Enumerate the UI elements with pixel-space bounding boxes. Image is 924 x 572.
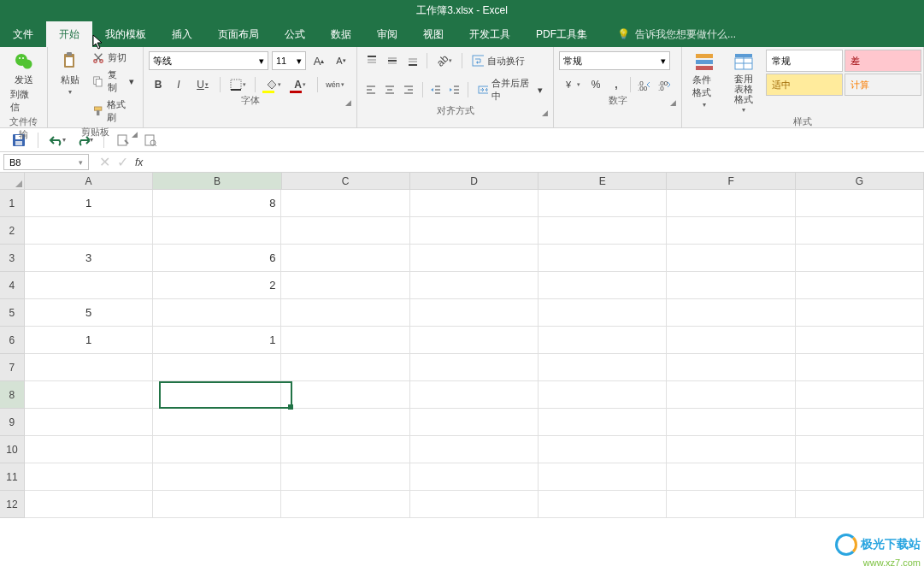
col-header-A[interactable]: A (25, 173, 153, 189)
cell-A5[interactable]: 5 (25, 299, 153, 327)
wrap-text-button[interactable]: 自动换行 (467, 53, 530, 69)
cancel-formula-button[interactable]: ✕ (99, 154, 110, 170)
dialog-launcher-icon[interactable]: ◢ (345, 98, 351, 107)
comma-button[interactable]: , (607, 75, 626, 94)
bold-button[interactable]: B (149, 75, 168, 94)
cell-C1[interactable] (281, 190, 409, 217)
align-left-button[interactable] (362, 80, 380, 99)
row-header-5[interactable]: 5 (0, 299, 25, 327)
conditional-format-button[interactable]: 条件格式▾ (687, 50, 721, 110)
cut-button[interactable]: 剪切 (89, 50, 138, 66)
cell-B7[interactable] (153, 354, 281, 381)
enter-formula-button[interactable]: ✓ (117, 154, 128, 170)
cell-style-good[interactable]: 适中 (766, 74, 843, 96)
spreadsheet-grid[interactable]: 118 2 336 42 55 611 7 8 9 10 11 12 (0, 190, 924, 518)
cell-style-bad[interactable]: 差 (845, 50, 921, 72)
tab-layout[interactable]: 页面布局 (205, 21, 272, 47)
col-header-F[interactable]: F (667, 173, 795, 189)
format-as-table-button[interactable]: 套用 表格格式▾ (727, 50, 761, 115)
name-box[interactable]: B8▾ (3, 154, 89, 170)
dialog-launcher-icon[interactable]: ◢ (542, 109, 548, 117)
cell-B5[interactable] (153, 299, 281, 327)
increase-font-button[interactable]: A▴ (309, 51, 328, 70)
row-header-8[interactable]: 8 (0, 381, 25, 409)
percent-button[interactable]: % (586, 75, 605, 94)
send-to-wechat-button[interactable]: 发送 到微信 (5, 50, 42, 115)
cell-A9[interactable] (25, 409, 153, 436)
accounting-format-button[interactable]: ¥▾ (559, 75, 585, 94)
tab-review[interactable]: 审阅 (364, 21, 410, 47)
align-top-button[interactable] (362, 51, 381, 70)
qat-btn-2[interactable] (142, 132, 159, 149)
fx-button[interactable]: fx (135, 156, 143, 168)
tab-insert[interactable]: 插入 (159, 21, 205, 47)
cell-A12[interactable] (25, 491, 153, 518)
italic-button[interactable]: I (169, 75, 188, 94)
tab-template[interactable]: 我的模板 (92, 21, 159, 47)
cell-A3[interactable]: 3 (25, 245, 153, 272)
tab-home[interactable]: 开始 (46, 21, 92, 47)
formula-input[interactable] (150, 152, 924, 172)
align-middle-button[interactable] (383, 51, 402, 70)
cell-D1[interactable] (410, 190, 539, 217)
decrease-decimal-button[interactable]: .00.0 (656, 75, 674, 94)
increase-indent-button[interactable] (446, 80, 463, 99)
col-header-E[interactable]: E (539, 173, 667, 189)
row-header-10[interactable]: 10 (0, 436, 25, 463)
align-right-button[interactable] (400, 80, 417, 99)
cell-G1[interactable] (796, 190, 924, 217)
col-header-G[interactable]: G (796, 173, 924, 189)
row-header-2[interactable]: 2 (0, 217, 25, 245)
decrease-indent-button[interactable] (427, 80, 444, 99)
cell-B12[interactable] (153, 491, 281, 518)
row-header-12[interactable]: 12 (0, 491, 25, 518)
row-header-1[interactable]: 1 (0, 190, 25, 217)
copy-button[interactable]: 复制▾ (89, 67, 138, 96)
cell-B6[interactable]: 1 (153, 327, 281, 354)
cell-B11[interactable] (153, 463, 281, 491)
row-header-7[interactable]: 7 (0, 354, 25, 381)
row-header-9[interactable]: 9 (0, 409, 25, 436)
cell-style-normal[interactable]: 常规 (766, 50, 843, 72)
orientation-button[interactable]: ab▾ (432, 51, 457, 70)
align-bottom-button[interactable] (403, 51, 422, 70)
tell-me[interactable]: 💡 告诉我您想要做什么... (617, 21, 736, 47)
merge-center-button[interactable]: 合并后居中▾ (473, 75, 548, 104)
font-name-select[interactable]: 等线▾ (149, 51, 268, 70)
cell-A11[interactable] (25, 463, 153, 491)
cell-B3[interactable]: 6 (153, 245, 281, 272)
increase-decimal-button[interactable]: .0.00 (635, 75, 654, 94)
cell-A2[interactable] (25, 217, 153, 245)
font-size-select[interactable]: 11▾ (272, 51, 306, 70)
row-header-11[interactable]: 11 (0, 463, 25, 491)
align-center-button[interactable] (381, 80, 398, 99)
dialog-launcher-icon[interactable]: ◢ (132, 130, 138, 139)
phonetic-button[interactable]: wén▾ (322, 75, 348, 94)
col-header-C[interactable]: C (282, 173, 410, 189)
cell-B10[interactable] (153, 436, 281, 463)
col-header-D[interactable]: D (410, 173, 539, 189)
tab-data[interactable]: 数据 (318, 21, 364, 47)
row-header-6[interactable]: 6 (0, 327, 25, 354)
tab-dev[interactable]: 开发工具 (456, 21, 523, 47)
cell-B8[interactable] (153, 381, 281, 409)
decrease-font-button[interactable]: A▾ (332, 51, 350, 70)
col-header-B[interactable]: B (153, 173, 281, 189)
format-painter-button[interactable]: 格式刷 (89, 97, 138, 126)
dialog-launcher-icon[interactable]: ◢ (670, 98, 676, 107)
cell-B4[interactable]: 2 (153, 272, 281, 299)
row-header-4[interactable]: 4 (0, 272, 25, 299)
cell-A10[interactable] (25, 436, 153, 463)
fill-color-button[interactable]: ▾ (260, 75, 285, 94)
cell-A1[interactable]: 1 (25, 190, 153, 217)
cell-F1[interactable] (667, 190, 795, 217)
number-format-select[interactable]: 常规▾ (559, 51, 670, 70)
cell-B1[interactable]: 8 (153, 190, 281, 217)
tab-formula[interactable]: 公式 (272, 21, 318, 47)
underline-button[interactable]: U▾ (190, 75, 215, 94)
select-all-corner[interactable] (0, 173, 25, 189)
cell-A6[interactable]: 1 (25, 327, 153, 354)
cell-style-calc[interactable]: 计算 (845, 74, 921, 96)
cell-A8[interactable] (25, 381, 153, 409)
border-button[interactable]: ▾ (225, 75, 250, 94)
